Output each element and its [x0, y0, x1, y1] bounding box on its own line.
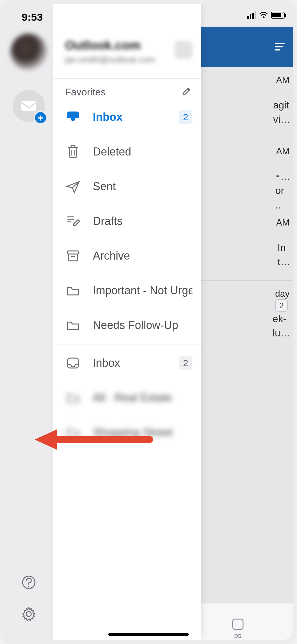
folder-sent[interactable]: Sent — [53, 169, 201, 204]
settings-button[interactable] — [21, 606, 37, 622]
message-row[interactable]: AM ⁃… or .. — [191, 138, 293, 209]
message-count-badge: 2 — [275, 299, 288, 312]
folder-label: Important - Not Urge — [93, 284, 192, 297]
folder-label: Inbox — [93, 357, 179, 370]
folder-label: Deleted — [93, 145, 192, 158]
drafts-icon — [65, 213, 81, 229]
message-time: day — [275, 289, 290, 299]
message-row[interactable]: AM agit vi… — [191, 67, 293, 138]
inbox-header — [191, 27, 293, 67]
home-indicator[interactable] — [108, 633, 189, 636]
archive-icon — [65, 248, 81, 264]
folder-label: Inbox — [93, 111, 179, 124]
account-rail: + — [4, 4, 53, 640]
message-time: AM — [276, 217, 290, 228]
favorites-label: Favorites — [65, 86, 106, 98]
folder-icon — [65, 424, 81, 440]
folder-count: 2 — [179, 356, 192, 370]
folder-deleted[interactable]: Deleted — [53, 134, 201, 169]
tab-bar[interactable]: ps — [191, 603, 293, 640]
message-time: AM — [276, 75, 290, 85]
folder-label: Needs Follow-Up — [93, 319, 192, 332]
filter-icon[interactable] — [275, 43, 285, 50]
svg-point-0 — [263, 16, 265, 18]
edit-favorites-button[interactable] — [181, 86, 192, 98]
folder-needs-follow-up[interactable]: Needs Follow-Up — [53, 308, 201, 343]
folder-inbox-account[interactable]: Inbox 2 — [53, 346, 201, 380]
message-snippet: ek- lu… — [273, 312, 290, 340]
svg-point-4 — [26, 611, 31, 616]
help-button[interactable] — [21, 575, 37, 590]
account-header[interactable]: Outlook.com jan.smith@outlook.com — [53, 4, 201, 79]
folder-row-blurred[interactable]: All · Real Estate — [53, 380, 201, 415]
folder-archive[interactable]: Archive — [53, 239, 201, 273]
wifi-icon — [259, 12, 268, 19]
account-name: Outlook.com — [65, 38, 193, 52]
folder-inbox[interactable]: Inbox 2 — [53, 100, 201, 134]
folder-label: Sent — [93, 180, 192, 193]
folder-label: Drafts — [93, 215, 192, 228]
cellular-icon — [247, 11, 256, 19]
svg-rect-6 — [67, 251, 79, 254]
send-icon — [65, 178, 81, 195]
tab-label: ps — [234, 632, 241, 640]
folder-label: All · Real Estate — [93, 391, 192, 404]
folder-icon — [65, 317, 81, 333]
folder-label: Archive — [93, 249, 192, 262]
battery-icon — [271, 12, 285, 19]
message-snippet: agit vi… — [273, 98, 290, 127]
message-row[interactable]: AM In t… — [191, 209, 293, 281]
folder-count: 2 — [179, 110, 192, 124]
folder-important-not-urgent[interactable]: Important - Not Urge — [53, 273, 201, 308]
account-service-icon — [174, 41, 192, 59]
account-avatar[interactable] — [11, 33, 47, 70]
svg-rect-1 — [21, 101, 36, 111]
plus-icon: + — [34, 111, 47, 125]
section-divider — [53, 344, 201, 344]
folder-icon — [65, 283, 81, 299]
trash-icon — [65, 144, 81, 160]
folder-drafts[interactable]: Drafts — [53, 204, 201, 239]
apps-tab-icon[interactable] — [232, 619, 243, 630]
inbox-icon — [65, 109, 81, 125]
inbox-list[interactable]: AM agit vi… AM ⁃… or .. AM In t… day 2 e… — [191, 67, 293, 640]
message-snippet: In t… — [278, 240, 290, 269]
folder-row-blurred[interactable]: Shopping Street — [53, 415, 201, 450]
message-row[interactable]: day 2 ek- lu… — [191, 281, 293, 352]
folder-icon — [65, 390, 81, 406]
folder-label: Shopping Street — [93, 426, 192, 439]
favorites-header: Favorites — [53, 79, 201, 100]
nav-drawer: Outlook.com jan.smith@outlook.com Favori… — [53, 4, 201, 640]
inbox-outline-icon — [65, 355, 81, 371]
account-email: jan.smith@outlook.com — [65, 55, 193, 65]
add-account-button[interactable]: + — [13, 90, 45, 122]
svg-point-3 — [28, 586, 29, 587]
message-time: AM — [276, 146, 290, 156]
message-snippet: ⁃… or .. — [275, 169, 290, 209]
